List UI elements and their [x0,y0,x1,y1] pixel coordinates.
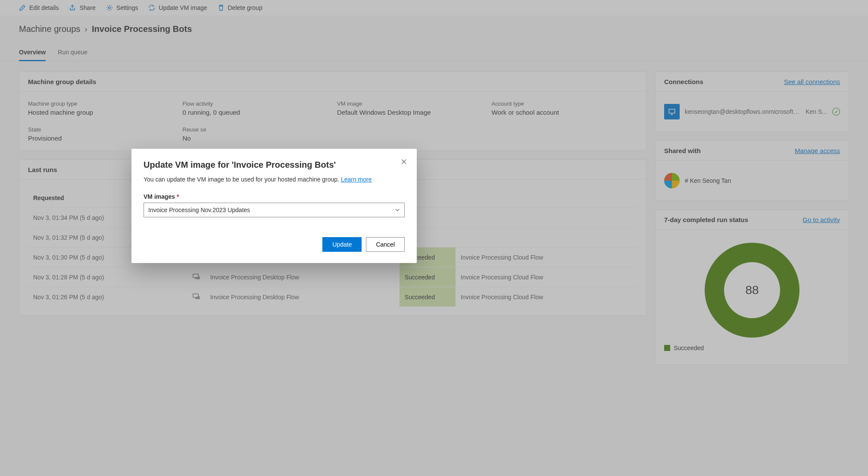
chevron-down-icon [395,207,400,213]
cancel-button[interactable]: Cancel [366,237,405,252]
learn-more-link[interactable]: Learn more [341,176,372,183]
close-icon [400,158,407,165]
update-button[interactable]: Update [322,237,362,252]
modal-backdrop[interactable] [0,0,868,476]
vm-images-label: VM images * [144,193,405,200]
close-button[interactable] [400,158,407,166]
dialog-description: You can update the VM image to be used f… [144,176,405,183]
update-vm-image-dialog: Update VM image for 'Invoice Processing … [131,149,417,263]
dialog-title: Update VM image for 'Invoice Processing … [144,160,405,170]
vm-images-selected-value: Invoice Processing Nov.2023 Updates [148,207,250,213]
vm-images-select[interactable]: Invoice Processing Nov.2023 Updates [144,203,405,217]
